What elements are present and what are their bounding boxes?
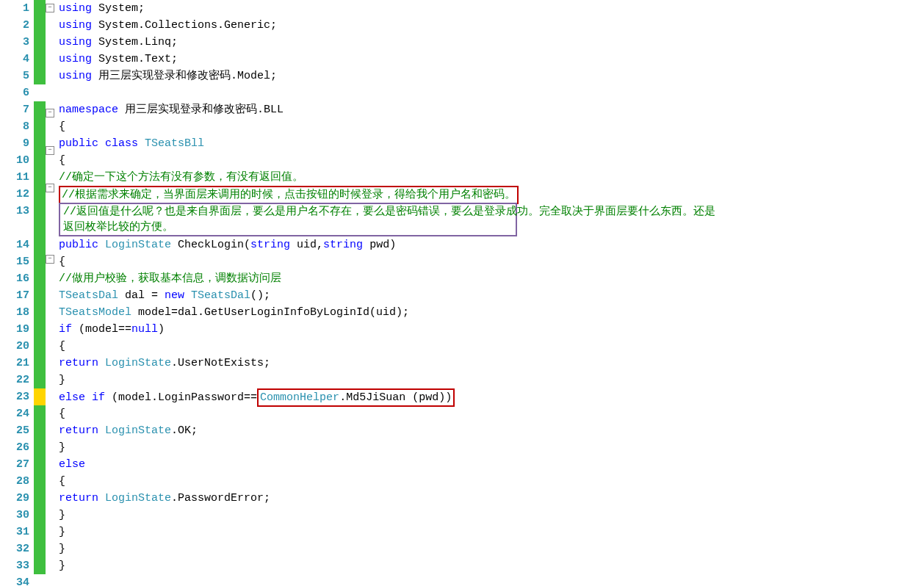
code-token xyxy=(98,492,105,504)
code-line[interactable]: { xyxy=(59,473,519,490)
code-line[interactable]: public LoginState CheckLogin(string uid,… xyxy=(59,236,519,253)
code-token: //返回值是什么呢？也是来自界面层，要么是用户名不存在，要么是密码错误，要么是登… xyxy=(63,206,715,218)
code-line[interactable]: } xyxy=(59,507,519,524)
code-line[interactable] xyxy=(59,574,519,586)
line-number: 1 xyxy=(0,0,29,17)
code-token: } xyxy=(59,543,65,555)
annotation-purple: //返回值是什么呢？也是来自界面层，要么是用户名不存在，要么是密码错误，要么是登… xyxy=(59,203,517,236)
code-line[interactable]: using System.Text; xyxy=(59,51,519,68)
line-number: 22 xyxy=(0,372,29,388)
modification-marker xyxy=(34,203,46,236)
code-token: uid, xyxy=(290,239,323,251)
line-number: 6 xyxy=(0,84,29,101)
code-line[interactable]: //根据需求来确定，当界面层来调用的时候，点击按钮的时候登录，得给我个用户名和密… xyxy=(59,186,519,203)
modification-marker xyxy=(34,557,46,574)
code-token: using xyxy=(59,36,92,48)
fold-toggle-icon[interactable]: − xyxy=(46,184,54,192)
code-line[interactable]: } xyxy=(59,540,519,557)
line-number: 23 xyxy=(0,388,29,405)
modification-marker xyxy=(34,270,46,287)
code-token: using xyxy=(59,2,92,15)
code-line[interactable]: TSeatsModel model=dal.GetUserLoginInfoBy… xyxy=(59,304,519,321)
code-line[interactable]: return LoginState.PasswordError; xyxy=(59,490,519,507)
code-token: dal = xyxy=(118,289,165,302)
modification-marker xyxy=(34,68,46,84)
line-number: 24 xyxy=(0,405,29,422)
code-line[interactable]: } xyxy=(59,524,519,540)
line-number: 18 xyxy=(0,304,29,321)
line-number-gutter: 1234567891011121314151617181920212223242… xyxy=(0,0,34,586)
line-number: 10 xyxy=(0,152,29,169)
line-number: 32 xyxy=(0,540,29,557)
code-token: System.Text; xyxy=(92,53,178,65)
modification-marker xyxy=(34,338,46,355)
code-line[interactable]: } xyxy=(59,372,519,388)
code-line[interactable]: { xyxy=(59,152,519,169)
fold-margin[interactable]: −−−−− xyxy=(46,0,56,586)
code-area[interactable]: using System;using System.Collections.Ge… xyxy=(56,0,519,586)
modification-marker xyxy=(34,152,46,169)
code-token: { xyxy=(59,120,65,133)
code-line[interactable]: namespace 用三层实现登录和修改密码.BLL xyxy=(59,101,519,118)
modification-marker xyxy=(34,118,46,135)
fold-toggle-icon[interactable]: − xyxy=(46,109,54,117)
code-token: //根据需求来确定，当界面层来调用的时候，点击按钮的时候登录，得给我个用户名和密… xyxy=(59,186,519,204)
code-line[interactable]: if (model==null) xyxy=(59,321,519,338)
code-token xyxy=(138,137,145,150)
code-line[interactable]: } xyxy=(59,439,519,456)
code-line[interactable]: using 用三层实现登录和修改密码.Model; xyxy=(59,68,519,84)
line-number: 30 xyxy=(0,507,29,524)
code-editor[interactable]: 1234567891011121314151617181920212223242… xyxy=(0,0,924,586)
code-line[interactable]: { xyxy=(59,118,519,135)
code-line[interactable]: //返回值是什么呢？也是来自界面层，要么是用户名不存在，要么是密码错误，要么是登… xyxy=(59,203,519,236)
code-token: .UserNotExists; xyxy=(171,357,270,369)
modification-marker xyxy=(34,253,46,270)
modification-marker xyxy=(34,0,46,17)
code-token xyxy=(98,137,105,150)
code-token: LoginState xyxy=(105,239,171,251)
line-number: 16 xyxy=(0,270,29,287)
code-line[interactable] xyxy=(59,84,519,101)
code-line[interactable]: return LoginState.UserNotExists; xyxy=(59,355,519,372)
code-token xyxy=(184,289,191,302)
modification-marker xyxy=(34,34,46,51)
code-line[interactable]: else if (model.LoginPassword==CommonHelp… xyxy=(59,388,519,405)
code-token: TSeatsDal xyxy=(191,289,250,302)
code-token xyxy=(85,391,92,404)
code-line[interactable]: TSeatsDal dal = new TSeatsDal(); xyxy=(59,287,519,304)
modification-marker xyxy=(34,355,46,372)
fold-toggle-icon[interactable]: − xyxy=(46,146,54,155)
code-line[interactable]: using System.Linq; xyxy=(59,34,519,51)
line-number: 7 xyxy=(0,101,29,118)
code-line[interactable]: } xyxy=(59,557,519,574)
code-line[interactable]: { xyxy=(59,405,519,422)
line-number: 31 xyxy=(0,524,29,540)
code-line[interactable]: public class TSeatsBll xyxy=(59,135,519,152)
modification-marker xyxy=(34,135,46,152)
code-line[interactable]: else xyxy=(59,456,519,473)
line-number: 29 xyxy=(0,490,29,507)
code-token: new xyxy=(165,289,184,302)
code-line[interactable]: //做用户校验，获取基本信息，调数据访问层 xyxy=(59,270,519,287)
modification-marker xyxy=(34,101,46,118)
line-number: 11 xyxy=(0,169,29,186)
code-token: model=dal.GetUserLoginInfoByLoginId(uid)… xyxy=(131,306,409,319)
code-token: else xyxy=(59,458,85,471)
code-token: TSeatsBll xyxy=(145,137,204,150)
code-token: //做用户校验，获取基本信息，调数据访问层 xyxy=(59,272,281,285)
fold-toggle-icon[interactable]: − xyxy=(46,255,54,264)
code-token xyxy=(98,424,105,437)
code-token: TSeatsDal xyxy=(59,289,118,302)
line-number: 34 xyxy=(0,574,29,586)
code-line[interactable]: //确定一下这个方法有没有参数，有没有返回值。 xyxy=(59,169,519,186)
code-token: namespace xyxy=(59,104,118,116)
code-token: CheckLogin( xyxy=(171,239,250,251)
code-line[interactable]: { xyxy=(59,253,519,270)
code-line[interactable]: return LoginState.OK; xyxy=(59,422,519,439)
code-line[interactable]: using System; xyxy=(59,0,519,17)
code-line[interactable]: { xyxy=(59,338,519,355)
modification-marker xyxy=(34,287,46,304)
fold-toggle-icon[interactable]: − xyxy=(46,4,54,12)
line-number: 5 xyxy=(0,68,29,84)
code-line[interactable]: using System.Collections.Generic; xyxy=(59,17,519,34)
